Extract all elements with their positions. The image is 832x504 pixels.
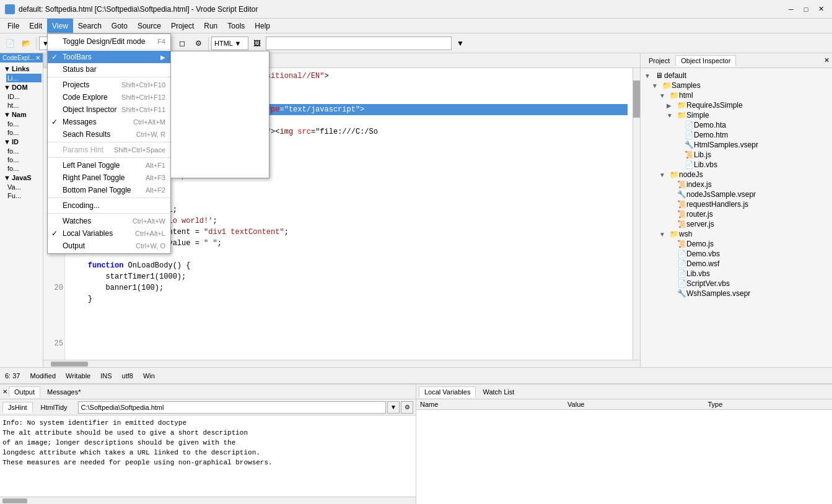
menu-local-variables[interactable]: ✓ Local Variables Ctrl+Alt+L	[48, 227, 170, 240]
menu-sep-4	[48, 157, 170, 158]
tb-sub-codenavigation[interactable]: ✓ Code Navigation	[171, 115, 269, 127]
menu-right-panel[interactable]: Right Panel Toggle Alt+F3	[48, 172, 170, 184]
menu-sep-3	[48, 142, 170, 142]
menu-projects[interactable]: Projects Shift+Ctrl+F10	[48, 79, 170, 91]
menu-bottom-panel[interactable]: Bottom Panel Toggle Alt+F2	[48, 184, 170, 196]
menu-search-results[interactable]: Seach Results Ctrl+W, R	[48, 128, 170, 141]
tb-sub-file[interactable]: ✓ File	[171, 53, 269, 65]
toolbars-submenu: ✓ File ✓ Edit ✓ Debug ✓ Run ✓ Code Compl…	[170, 51, 269, 178]
menu-sep-5	[48, 198, 170, 198]
menu-code-explore[interactable]: Code Explore Shift+Ctrl+F12	[48, 91, 170, 103]
menu-toolbars[interactable]: ✓ ToolBars ▶ ✓ File ✓ Edit ✓ Debug ✓ Run…	[48, 51, 170, 63]
tb-sub-codecompletion[interactable]: ✓ Code Completion	[171, 102, 269, 115]
tb-sub-htmltable[interactable]: HTML Table	[171, 152, 269, 164]
menu-watches[interactable]: Watches Ctrl+Alt+W	[48, 215, 170, 227]
tb-sub-html[interactable]: Html	[171, 127, 269, 139]
menu-object-inspector[interactable]: Object Inspector Shift+Ctrl+F11	[48, 103, 170, 116]
menu-status-bar[interactable]: Status bar	[48, 63, 170, 76]
tb-sub-run[interactable]: ✓ Run	[171, 90, 269, 102]
tb-sub-htmlform[interactable]: HTML Form	[171, 139, 269, 152]
menu-output[interactable]: Output Ctrl+W, O	[48, 240, 170, 252]
menu-sep-6	[48, 213, 170, 214]
menu-toggle-design[interactable]: Toggle Design/Edit mode F4	[48, 35, 170, 48]
menu-messages[interactable]: ✓ Messages Ctrl+Alt+M	[48, 116, 170, 128]
menu-sep-2	[48, 77, 170, 77]
view-menu: Toggle Design/Edit mode F4 ✓ ToolBars ▶ …	[47, 33, 171, 254]
menu-left-panel[interactable]: Left Panel Toggle Alt+F1	[48, 159, 170, 172]
tb-sub-edit[interactable]: ✓ Edit	[171, 65, 269, 77]
menu-encoding[interactable]: Encoding...	[48, 199, 170, 212]
menu-sep-1	[48, 49, 170, 50]
menu-params-hint[interactable]: Params Hint Shift+Ctrl+Space	[48, 144, 170, 156]
tb-sub-help[interactable]: ✓ Help	[171, 164, 269, 176]
tb-sub-debug[interactable]: ✓ Debug	[171, 77, 269, 90]
